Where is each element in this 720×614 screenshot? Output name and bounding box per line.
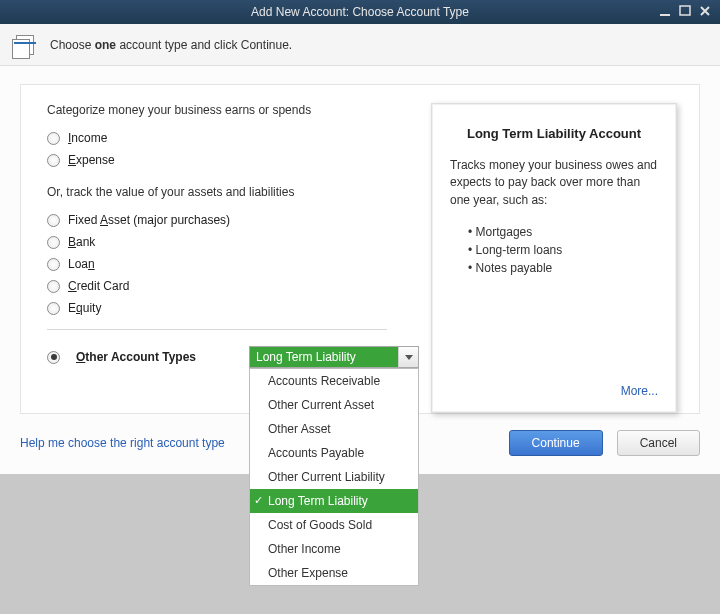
radio-icon	[47, 132, 60, 145]
cancel-button[interactable]: Cancel	[617, 430, 700, 456]
radio-equity[interactable]: Equity	[47, 301, 409, 315]
chevron-down-icon	[398, 347, 418, 367]
radio-icon	[47, 280, 60, 293]
svg-rect-1	[680, 6, 690, 15]
radio-other-account-types[interactable]	[47, 351, 60, 364]
info-panel: Long Term Liability Account Tracks money…	[431, 103, 677, 413]
section-assets-liabilities: Or, track the value of your assets and l…	[47, 185, 409, 199]
titlebar[interactable]: Add New Account: Choose Account Type	[0, 0, 720, 24]
header-strip: Choose one account type and click Contin…	[0, 24, 720, 66]
info-bullet: Mortgages	[468, 223, 658, 241]
info-bullet: Long-term loans	[468, 241, 658, 259]
info-bullets: Mortgages Long-term loans Notes payable	[468, 223, 658, 277]
close-icon[interactable]	[696, 3, 714, 19]
window-title: Add New Account: Choose Account Type	[251, 5, 469, 19]
info-bullet: Notes payable	[468, 259, 658, 277]
radio-icon	[47, 302, 60, 315]
radio-label: Credit Card	[68, 279, 129, 293]
radio-label: Income	[68, 131, 107, 145]
radio-fixed-asset[interactable]: Fixed Asset (major purchases)	[47, 213, 409, 227]
header-instruction: Choose one account type and click Contin…	[50, 38, 292, 52]
radio-label: Expense	[68, 153, 115, 167]
divider	[47, 329, 387, 330]
radio-label: Other Account Types	[76, 350, 196, 364]
radio-label: Fixed Asset (major purchases)	[68, 213, 230, 227]
accounts-icon	[10, 33, 38, 57]
radio-icon	[47, 154, 60, 167]
svg-rect-0	[660, 14, 670, 16]
dropdown-list: Accounts Receivable Other Current Asset …	[249, 368, 419, 586]
radio-icon	[47, 236, 60, 249]
more-link[interactable]: More...	[450, 384, 658, 398]
dropdown-item[interactable]: Other Current Asset	[250, 393, 418, 417]
minimize-icon[interactable]	[656, 3, 674, 19]
section-earn-spend: Categorize money your business earns or …	[47, 103, 409, 117]
maximize-icon[interactable]	[676, 3, 694, 19]
dropdown-selected-value: Long Term Liability	[250, 347, 398, 367]
help-link[interactable]: Help me choose the right account type	[20, 436, 225, 450]
radio-income[interactable]: Income	[47, 131, 409, 145]
main-panel: Categorize money your business earns or …	[20, 84, 700, 414]
radio-icon	[47, 214, 60, 227]
radio-icon	[47, 258, 60, 271]
dropdown-item[interactable]: Long Term Liability	[250, 489, 418, 513]
dropdown-item[interactable]: Other Asset	[250, 417, 418, 441]
radio-expense[interactable]: Expense	[47, 153, 409, 167]
radio-credit-card[interactable]: Credit Card	[47, 279, 409, 293]
radio-bank[interactable]: Bank	[47, 235, 409, 249]
dropdown-item[interactable]: Other Current Liability	[250, 465, 418, 489]
dropdown-item[interactable]: Other Expense	[250, 561, 418, 585]
dropdown-item[interactable]: Accounts Payable	[250, 441, 418, 465]
other-account-types-dropdown[interactable]: Long Term Liability	[249, 346, 419, 368]
info-title: Long Term Liability Account	[450, 126, 658, 141]
continue-button[interactable]: Continue	[509, 430, 603, 456]
radio-loan[interactable]: Loan	[47, 257, 409, 271]
radio-label: Loan	[68, 257, 95, 271]
dropdown-item[interactable]: Cost of Goods Sold	[250, 513, 418, 537]
dropdown-item[interactable]: Other Income	[250, 537, 418, 561]
dropdown-item[interactable]: Accounts Receivable	[250, 369, 418, 393]
radio-label: Equity	[68, 301, 101, 315]
radio-label: Bank	[68, 235, 95, 249]
info-description: Tracks money your business owes and expe…	[450, 157, 658, 209]
